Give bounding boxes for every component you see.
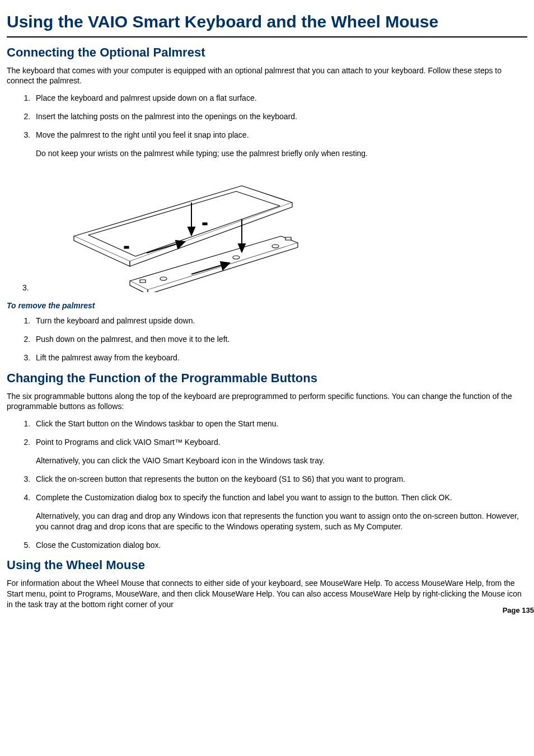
title-divider (7, 36, 527, 37)
prog-step-5: Close the Customization dialog box. (32, 540, 527, 551)
section-programmable-heading: Changing the Function of the Programmabl… (7, 371, 527, 386)
remove-step-3: Lift the palmrest away from the keyboard… (32, 353, 527, 363)
remove-step-1: Turn the keyboard and palmrest upside do… (32, 316, 527, 326)
prog-step-2-alt: Alternatively, you can click the VAIO Sm… (36, 456, 527, 466)
svg-point-5 (160, 277, 167, 280)
remove-steps-list: Turn the keyboard and palmrest upside do… (7, 316, 527, 363)
svg-rect-9 (285, 237, 291, 240)
connect-steps-list: Place the keyboard and palmrest upside d… (7, 93, 527, 159)
svg-point-6 (233, 256, 240, 259)
svg-rect-8 (140, 280, 146, 283)
prog-step-3: Click the on-screen button that represen… (32, 474, 527, 485)
svg-rect-3 (203, 223, 207, 225)
prog-step-2: Point to Programs and click VAIO Smart™ … (32, 437, 527, 466)
section-wheelmouse-heading: Using the Wheel Mouse (7, 558, 527, 572)
connect-step-3-text: Move the palmrest to the right until you… (36, 130, 249, 139)
remove-palmrest-heading: To remove the palmrest (7, 301, 527, 310)
connect-step-2: Insert the latching posts on the palmres… (32, 111, 335, 122)
section-connecting-heading: Connecting the Optional Palmrest (7, 45, 527, 60)
prog-step-4: Complete the Customization dialog box to… (32, 492, 527, 532)
keyboard-palmrest-figure (51, 169, 309, 292)
connect-step-1: Place the keyboard and palmrest upside d… (32, 93, 527, 104)
section-connecting-intro: The keyboard that comes with your comput… (7, 65, 527, 87)
prog-step-2-text: Point to Programs and click VAIO Smart™ … (36, 438, 221, 447)
connect-step-3-note: Do not keep your wrists on the palmrest … (36, 148, 439, 159)
section-wheelmouse-intro: For information about the Wheel Mouse th… (7, 578, 527, 610)
connect-step-3: Move the palmrest to the right until you… (32, 130, 527, 159)
document-title: Using the VAIO Smart Keyboard and the Wh… (7, 12, 527, 32)
remove-step-2: Push down on the palmrest, and then move… (32, 334, 527, 345)
prog-step-4-alt: Alternatively, you can drag and drop any… (36, 511, 527, 532)
svg-rect-2 (124, 246, 129, 248)
figure-block: 3. (7, 169, 527, 292)
prog-step-4-text: Complete the Customization dialog box to… (36, 493, 452, 502)
svg-point-7 (272, 245, 279, 248)
stray-list-number: 3. (22, 283, 29, 292)
section-programmable-intro: The six programmable buttons along the t… (7, 391, 527, 412)
programmable-steps-list: Click the Start button on the Windows ta… (7, 419, 527, 550)
page-number: Page 135 (503, 606, 534, 614)
prog-step-1: Click the Start button on the Windows ta… (32, 419, 527, 429)
